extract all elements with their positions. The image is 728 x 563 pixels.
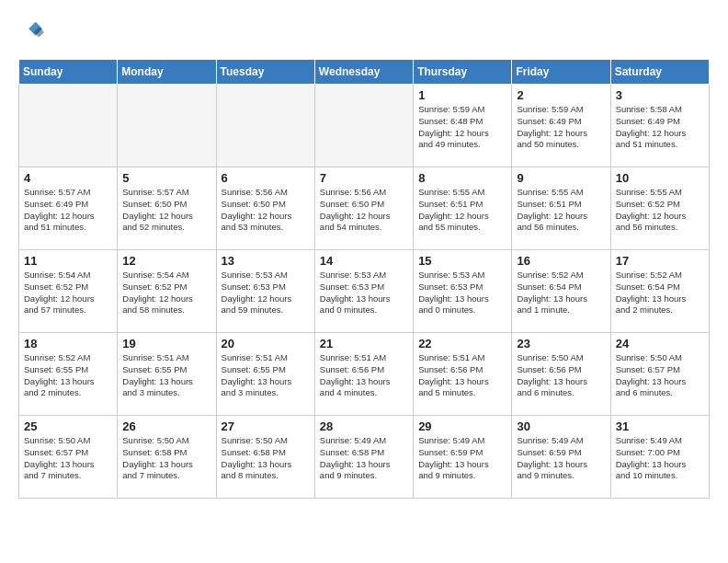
header-day-monday: Monday	[118, 60, 216, 85]
day-cell	[19, 85, 118, 167]
day-number: 2	[517, 88, 605, 102]
header-day-tuesday: Tuesday	[216, 60, 314, 85]
day-number: 18	[24, 337, 112, 350]
day-info: Sunrise: 5:59 AM Sunset: 6:48 PM Dayligh…	[418, 104, 506, 151]
day-number: 14	[320, 254, 408, 268]
day-cell: 31Sunrise: 5:49 AM Sunset: 7:00 PM Dayli…	[610, 416, 709, 499]
day-info: Sunrise: 5:55 AM Sunset: 6:51 PM Dayligh…	[517, 187, 605, 234]
day-info: Sunrise: 5:51 AM Sunset: 6:55 PM Dayligh…	[222, 352, 310, 399]
header-day-wednesday: Wednesday	[314, 60, 413, 85]
week-row-5: 25Sunrise: 5:50 AM Sunset: 6:57 PM Dayli…	[19, 416, 710, 499]
day-number: 30	[517, 419, 605, 433]
day-info: Sunrise: 5:52 AM Sunset: 6:54 PM Dayligh…	[517, 270, 605, 316]
day-cell: 19Sunrise: 5:51 AM Sunset: 6:55 PM Dayli…	[118, 333, 216, 416]
day-cell: 30Sunrise: 5:49 AM Sunset: 6:59 PM Dayli…	[512, 416, 610, 499]
day-info: Sunrise: 5:50 AM Sunset: 6:58 PM Dayligh…	[222, 435, 310, 482]
logo	[18, 18, 48, 44]
day-info: Sunrise: 5:51 AM Sunset: 6:55 PM Dayligh…	[122, 352, 210, 399]
day-cell: 12Sunrise: 5:54 AM Sunset: 6:52 PM Dayli…	[118, 250, 216, 333]
day-cell: 1Sunrise: 5:59 AM Sunset: 6:48 PM Daylig…	[414, 85, 512, 167]
page-header	[18, 18, 710, 44]
day-number: 6	[222, 171, 310, 185]
day-info: Sunrise: 5:52 AM Sunset: 6:55 PM Dayligh…	[24, 352, 112, 399]
day-info: Sunrise: 5:54 AM Sunset: 6:52 PM Dayligh…	[122, 270, 210, 316]
day-info: Sunrise: 5:56 AM Sunset: 6:50 PM Dayligh…	[320, 187, 408, 234]
day-number: 19	[122, 337, 210, 350]
day-info: Sunrise: 5:53 AM Sunset: 6:53 PM Dayligh…	[320, 270, 408, 316]
day-cell: 7Sunrise: 5:56 AM Sunset: 6:50 PM Daylig…	[314, 167, 413, 250]
day-cell: 17Sunrise: 5:52 AM Sunset: 6:54 PM Dayli…	[610, 250, 709, 333]
day-cell: 26Sunrise: 5:50 AM Sunset: 6:58 PM Dayli…	[118, 416, 216, 499]
day-info: Sunrise: 5:55 AM Sunset: 6:52 PM Dayligh…	[616, 187, 704, 234]
week-row-4: 18Sunrise: 5:52 AM Sunset: 6:55 PM Dayli…	[19, 333, 710, 416]
day-info: Sunrise: 5:53 AM Sunset: 6:53 PM Dayligh…	[418, 270, 506, 316]
day-info: Sunrise: 5:50 AM Sunset: 6:58 PM Dayligh…	[122, 435, 210, 482]
day-info: Sunrise: 5:50 AM Sunset: 6:57 PM Dayligh…	[24, 435, 112, 482]
day-cell: 15Sunrise: 5:53 AM Sunset: 6:53 PM Dayli…	[414, 250, 512, 333]
day-cell: 5Sunrise: 5:57 AM Sunset: 6:50 PM Daylig…	[118, 167, 216, 250]
day-info: Sunrise: 5:55 AM Sunset: 6:51 PM Dayligh…	[418, 187, 506, 234]
day-cell: 6Sunrise: 5:56 AM Sunset: 6:50 PM Daylig…	[216, 167, 314, 250]
week-row-2: 4Sunrise: 5:57 AM Sunset: 6:49 PM Daylig…	[19, 167, 710, 250]
day-number: 15	[418, 254, 506, 268]
day-number: 10	[616, 171, 704, 185]
header-day-sunday: Sunday	[19, 60, 118, 85]
day-number: 31	[616, 419, 704, 433]
day-number: 17	[616, 254, 704, 268]
day-number: 16	[517, 254, 605, 268]
calendar-body: 1Sunrise: 5:59 AM Sunset: 6:48 PM Daylig…	[19, 85, 710, 499]
day-number: 4	[24, 171, 112, 185]
day-info: Sunrise: 5:49 AM Sunset: 6:58 PM Dayligh…	[320, 435, 408, 482]
day-info: Sunrise: 5:49 AM Sunset: 6:59 PM Dayligh…	[517, 435, 605, 482]
day-number: 3	[616, 88, 704, 102]
week-row-1: 1Sunrise: 5:59 AM Sunset: 6:48 PM Daylig…	[19, 85, 710, 167]
day-cell	[118, 85, 216, 167]
day-cell: 23Sunrise: 5:50 AM Sunset: 6:56 PM Dayli…	[512, 333, 610, 416]
day-cell: 11Sunrise: 5:54 AM Sunset: 6:52 PM Dayli…	[19, 250, 118, 333]
day-number: 26	[122, 419, 210, 433]
day-cell: 24Sunrise: 5:50 AM Sunset: 6:57 PM Dayli…	[610, 333, 709, 416]
day-number: 28	[320, 419, 408, 433]
day-info: Sunrise: 5:53 AM Sunset: 6:53 PM Dayligh…	[222, 270, 310, 316]
header-day-thursday: Thursday	[414, 60, 512, 85]
day-info: Sunrise: 5:50 AM Sunset: 6:56 PM Dayligh…	[517, 352, 605, 399]
header-row: SundayMondayTuesdayWednesdayThursdayFrid…	[19, 60, 710, 85]
day-number: 24	[616, 337, 704, 350]
day-number: 11	[24, 254, 112, 268]
day-number: 7	[320, 171, 408, 185]
day-number: 9	[517, 171, 605, 185]
day-number: 27	[222, 419, 310, 433]
day-cell: 4Sunrise: 5:57 AM Sunset: 6:49 PM Daylig…	[19, 167, 118, 250]
day-cell: 13Sunrise: 5:53 AM Sunset: 6:53 PM Dayli…	[216, 250, 314, 333]
day-info: Sunrise: 5:49 AM Sunset: 7:00 PM Dayligh…	[616, 435, 704, 482]
day-cell: 3Sunrise: 5:58 AM Sunset: 6:49 PM Daylig…	[610, 85, 709, 167]
day-cell: 18Sunrise: 5:52 AM Sunset: 6:55 PM Dayli…	[19, 333, 118, 416]
day-info: Sunrise: 5:59 AM Sunset: 6:49 PM Dayligh…	[517, 104, 605, 151]
day-cell: 25Sunrise: 5:50 AM Sunset: 6:57 PM Dayli…	[19, 416, 118, 499]
calendar-table: SundayMondayTuesdayWednesdayThursdayFrid…	[18, 59, 710, 499]
day-info: Sunrise: 5:57 AM Sunset: 6:49 PM Dayligh…	[24, 187, 112, 234]
day-cell: 8Sunrise: 5:55 AM Sunset: 6:51 PM Daylig…	[414, 167, 512, 250]
day-info: Sunrise: 5:58 AM Sunset: 6:49 PM Dayligh…	[616, 104, 704, 151]
day-cell: 22Sunrise: 5:51 AM Sunset: 6:56 PM Dayli…	[414, 333, 512, 416]
week-row-3: 11Sunrise: 5:54 AM Sunset: 6:52 PM Dayli…	[19, 250, 710, 333]
day-cell	[216, 85, 314, 167]
day-cell: 2Sunrise: 5:59 AM Sunset: 6:49 PM Daylig…	[512, 85, 610, 167]
day-number: 13	[222, 254, 310, 268]
day-cell: 16Sunrise: 5:52 AM Sunset: 6:54 PM Dayli…	[512, 250, 610, 333]
logo-icon	[18, 18, 44, 44]
day-cell: 10Sunrise: 5:55 AM Sunset: 6:52 PM Dayli…	[610, 167, 709, 250]
day-cell: 14Sunrise: 5:53 AM Sunset: 6:53 PM Dayli…	[314, 250, 413, 333]
day-info: Sunrise: 5:51 AM Sunset: 6:56 PM Dayligh…	[320, 352, 408, 399]
day-info: Sunrise: 5:50 AM Sunset: 6:57 PM Dayligh…	[616, 352, 704, 399]
day-number: 20	[222, 337, 310, 350]
day-number: 25	[24, 419, 112, 433]
day-cell: 20Sunrise: 5:51 AM Sunset: 6:55 PM Dayli…	[216, 333, 314, 416]
day-number: 23	[517, 337, 605, 350]
day-info: Sunrise: 5:49 AM Sunset: 6:59 PM Dayligh…	[418, 435, 506, 482]
calendar-header: SundayMondayTuesdayWednesdayThursdayFrid…	[19, 60, 710, 85]
day-cell	[314, 85, 413, 167]
day-cell: 27Sunrise: 5:50 AM Sunset: 6:58 PM Dayli…	[216, 416, 314, 499]
day-number: 22	[418, 337, 506, 350]
day-number: 5	[122, 171, 210, 185]
